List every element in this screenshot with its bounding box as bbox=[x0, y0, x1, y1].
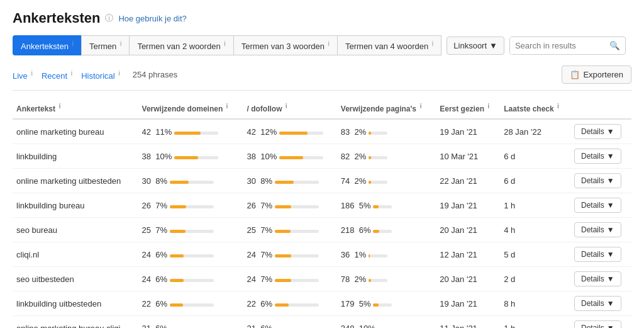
dof-bar-bg bbox=[275, 181, 319, 184]
cell-action: Details ▼ bbox=[570, 119, 631, 144]
chevron-down-icon: ▼ bbox=[607, 324, 614, 328]
cell-dofollow: 26 7% bbox=[243, 193, 337, 218]
search-wrap: 🔍 bbox=[509, 37, 626, 55]
col-header-eerst: Eerst gezien i bbox=[436, 97, 500, 119]
table-row: seo bureau 25 7% 25 7% 218 6% 20 Jan ' bbox=[13, 218, 631, 242]
cell-eerst-gezien: 19 Jan '21 bbox=[436, 193, 500, 218]
col-header-paginas: Verwijzende pagina's i bbox=[337, 97, 436, 119]
subtab-recent[interactable]: Recent i bbox=[42, 69, 72, 81]
export-button[interactable]: 📋 Exporteren bbox=[562, 65, 631, 84]
cell-laatste-check: 5 d bbox=[500, 242, 570, 267]
search-button[interactable]: 🔍 bbox=[604, 37, 625, 54]
cell-laatste-check: 4 h bbox=[500, 218, 570, 242]
cell-ankertekst: online marketing bureau bbox=[13, 119, 138, 144]
chevron-down-icon: ▼ bbox=[607, 176, 614, 185]
table-row: online marketing uitbesteden 30 8% 30 8%… bbox=[13, 169, 631, 193]
page-bar-fill bbox=[373, 230, 379, 233]
page-bar-fill bbox=[373, 303, 378, 307]
details-button[interactable]: Details ▼ bbox=[574, 149, 621, 164]
cell-paginas: 36 1% bbox=[337, 242, 436, 267]
cell-domeinen: 21 6% bbox=[138, 316, 243, 328]
dof-bar-fill bbox=[275, 303, 289, 307]
details-button[interactable]: Details ▼ bbox=[574, 173, 621, 188]
table-row: seo uitbesteden 24 6% 24 7% 78 2% 20 J bbox=[13, 267, 631, 291]
table-row: online marketing bureau cliqi 21 6% 21 6… bbox=[13, 316, 631, 328]
details-button[interactable]: Details ▼ bbox=[574, 247, 621, 262]
cell-action: Details ▼ bbox=[570, 144, 631, 169]
dof-bar-fill bbox=[275, 205, 292, 208]
dom-bar-fill bbox=[170, 181, 189, 184]
dof-bar-bg bbox=[275, 254, 319, 257]
dom-bar-bg bbox=[170, 205, 214, 208]
cell-dofollow: 24 7% bbox=[243, 267, 337, 291]
info-icon: ⓘ bbox=[105, 13, 113, 24]
subbar: Live i Recent i Historical i 254 phrases… bbox=[13, 65, 631, 91]
cell-dofollow: 30 8% bbox=[243, 169, 337, 193]
cell-dofollow: 25 7% bbox=[243, 218, 337, 242]
col-header-check: Laatste check i bbox=[500, 97, 570, 119]
tab-termen3[interactable]: Termen van 3 woorden i bbox=[233, 35, 337, 55]
dof-bar-bg bbox=[275, 303, 319, 307]
dof-bar-bg bbox=[279, 156, 323, 159]
cell-laatste-check: 6 d bbox=[500, 169, 570, 193]
page-bar-bg bbox=[373, 230, 392, 233]
col-header-ankertekst: Ankertekst i bbox=[13, 97, 138, 119]
search-input[interactable] bbox=[510, 37, 604, 54]
page-header: Ankerteksten ⓘ Hoe gebruik je dit? bbox=[13, 10, 631, 26]
cell-ankertekst: linkbuilding bbox=[13, 144, 138, 169]
chevron-down-icon: ▼ bbox=[607, 127, 614, 136]
dom-bar-fill bbox=[170, 279, 184, 282]
cell-paginas: 218 6% bbox=[337, 218, 436, 242]
dom-bar-bg bbox=[170, 254, 214, 257]
linksoort-button[interactable]: Linksoort ▼ bbox=[447, 37, 504, 55]
page-title: Ankerteksten bbox=[13, 10, 100, 26]
details-button[interactable]: Details ▼ bbox=[574, 198, 621, 213]
tab-ankerteksten[interactable]: Ankerteksten i bbox=[13, 35, 81, 55]
tab-termen4[interactable]: Termen van 4 woorden i bbox=[337, 35, 441, 55]
chevron-down-icon: ▼ bbox=[607, 274, 614, 283]
cell-domeinen: 22 6% bbox=[138, 291, 243, 316]
page-bar-bg bbox=[369, 279, 387, 282]
cell-eerst-gezien: 20 Jan '21 bbox=[436, 218, 500, 242]
page-bar-bg bbox=[369, 254, 387, 257]
dom-bar-bg bbox=[170, 181, 214, 184]
tabs-bar: Ankerteksten i Termen i Termen van 2 woo… bbox=[13, 35, 631, 55]
dom-bar-bg bbox=[174, 132, 218, 135]
col-header-domeinen: Verwijzende domeinen i bbox=[138, 97, 243, 119]
cell-ankertekst: cliqi.nl bbox=[13, 242, 138, 267]
col-header-action bbox=[570, 97, 631, 119]
chevron-down-icon: ▼ bbox=[607, 250, 614, 259]
tab-termen[interactable]: Termen i bbox=[81, 35, 129, 55]
details-button[interactable]: Details ▼ bbox=[574, 296, 621, 311]
cell-eerst-gezien: 22 Jan '21 bbox=[436, 169, 500, 193]
cell-ankertekst: online marketing bureau cliqi bbox=[13, 316, 138, 328]
details-button[interactable]: Details ▼ bbox=[574, 271, 621, 286]
cell-eerst-gezien: 19 Jan '21 bbox=[436, 291, 500, 316]
dof-bar-fill bbox=[279, 132, 308, 135]
cell-domeinen: 42 11% bbox=[138, 119, 243, 144]
cell-laatste-check: 28 Jan '22 bbox=[500, 119, 570, 144]
tab-termen2[interactable]: Termen van 2 woorden i bbox=[129, 35, 233, 55]
dof-bar-fill bbox=[279, 156, 304, 159]
dof-bar-fill bbox=[275, 181, 294, 184]
phrases-count: 254 phrases bbox=[133, 70, 178, 79]
page-bar-bg bbox=[369, 156, 387, 159]
cell-laatste-check: 2 d bbox=[500, 267, 570, 291]
dof-bar-bg bbox=[279, 132, 323, 135]
help-link[interactable]: Hoe gebruik je dit? bbox=[118, 14, 186, 23]
dom-bar-fill bbox=[170, 254, 184, 257]
details-button[interactable]: Details ▼ bbox=[574, 320, 621, 328]
cell-laatste-check: 8 h bbox=[500, 291, 570, 316]
details-button[interactable]: Details ▼ bbox=[574, 222, 621, 237]
cell-domeinen: 26 7% bbox=[138, 193, 243, 218]
cell-eerst-gezien: 12 Jan '21 bbox=[436, 242, 500, 267]
cell-action: Details ▼ bbox=[570, 218, 631, 242]
subtab-live[interactable]: Live i bbox=[13, 69, 33, 81]
export-icon: 📋 bbox=[570, 70, 580, 79]
cell-laatste-check: 1 h bbox=[500, 193, 570, 218]
dof-bar-bg bbox=[275, 230, 319, 233]
details-button[interactable]: Details ▼ bbox=[574, 124, 621, 139]
subtab-historical[interactable]: Historical i bbox=[81, 69, 120, 81]
cell-ankertekst: seo bureau bbox=[13, 218, 138, 242]
chevron-down-icon: ▼ bbox=[489, 41, 497, 50]
